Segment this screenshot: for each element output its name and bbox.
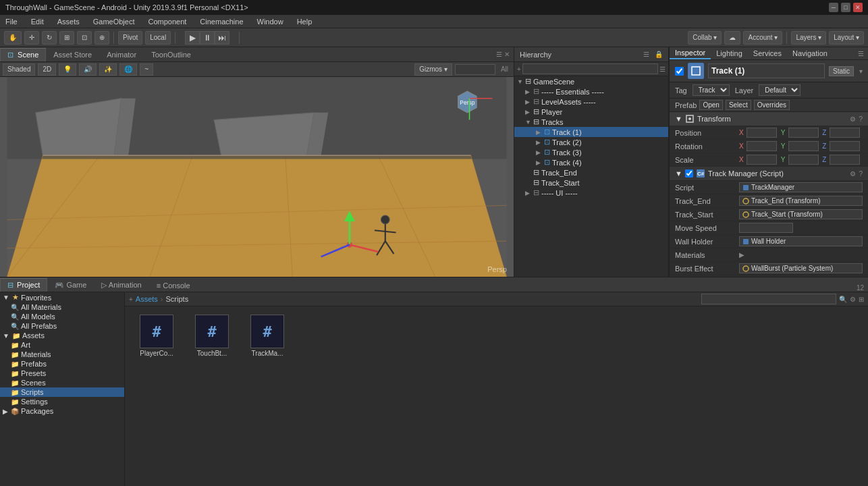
tab-toonoutline[interactable]: ToonOutline: [144, 48, 198, 61]
tm-settings-icon[interactable]: ⚙: [850, 170, 856, 178]
hier-track1[interactable]: ▶ ⊡ Track (1): [514, 127, 668, 137]
play-btn[interactable]: ▶: [185, 31, 200, 45]
project-view-toggle[interactable]: ⊞: [859, 296, 864, 303]
rot-y-input[interactable]: 0: [788, 141, 819, 151]
file-playerco[interactable]: # PlayerCo...: [133, 315, 180, 357]
inspector-menu-btn[interactable]: ☰: [854, 50, 868, 57]
pause-btn[interactable]: ⏸: [200, 31, 215, 45]
win-controls[interactable]: ─ □ ✕: [829, 3, 863, 12]
all-materials-item[interactable]: 🔍 All Materials: [0, 302, 124, 312]
rect-tool-btn[interactable]: ⊡: [77, 31, 92, 45]
layer-dropdown[interactable]: Default: [759, 84, 801, 96]
object-active-checkbox[interactable]: [675, 67, 684, 76]
audio-toggle[interactable]: 🔊: [79, 63, 97, 76]
prefab-open-btn[interactable]: Open: [699, 100, 722, 110]
lights-toggle[interactable]: 💡: [59, 63, 76, 76]
hier-track3[interactable]: ▶ ⊡ Track (3): [514, 147, 668, 157]
move-tool-btn[interactable]: ✛: [24, 31, 39, 45]
shading-dropdown[interactable]: Shaded: [3, 63, 35, 76]
menu-file[interactable]: File: [3, 18, 20, 26]
layout-btn[interactable]: Layout ▾: [829, 31, 864, 45]
transform-tool-btn[interactable]: ⊕: [94, 31, 109, 45]
scale-tool-btn[interactable]: ⊞: [59, 31, 74, 45]
hierarchy-search[interactable]: [522, 63, 658, 74]
tab-services[interactable]: Services: [748, 48, 787, 59]
hand-tool-btn[interactable]: ✋: [4, 31, 22, 45]
pivot-btn[interactable]: Pivot: [118, 31, 142, 45]
transform-header[interactable]: ▼ Transform ⚙ ?: [670, 112, 868, 126]
object-name-input[interactable]: [708, 63, 825, 78]
file-trackma[interactable]: # TrackMa...: [244, 315, 291, 357]
menu-cinemachine[interactable]: Cinemachine: [197, 18, 246, 26]
rot-z-input[interactable]: 0: [830, 141, 860, 151]
menu-component[interactable]: Component: [145, 18, 189, 26]
menu-help[interactable]: Help: [294, 18, 315, 26]
scale-y-input[interactable]: 1: [788, 155, 819, 165]
maximize-btn[interactable]: □: [841, 3, 850, 12]
file-touchbt[interactable]: # TouchBt...: [188, 315, 236, 357]
tab-animator[interactable]: Animator: [99, 48, 144, 61]
close-btn[interactable]: ✕: [853, 3, 863, 12]
prefabs-folder[interactable]: 📁 Prefabs: [0, 359, 124, 369]
tab-console[interactable]: ≡ Console: [149, 279, 198, 292]
wall-holder-field[interactable]: Wall Holder: [739, 236, 863, 246]
hierarchy-lock-btn[interactable]: 🔒: [655, 51, 663, 58]
hier-ui[interactable]: ▶ ⊟ ----- UI -----: [514, 188, 668, 198]
minimize-btn[interactable]: ─: [829, 3, 838, 12]
2d-toggle[interactable]: 2D: [38, 63, 56, 76]
project-search-input[interactable]: [701, 294, 836, 304]
menu-window[interactable]: Window: [254, 18, 286, 26]
rotate-tool-btn[interactable]: ↻: [42, 31, 57, 45]
add-folder-btn[interactable]: +: [129, 296, 133, 303]
tag-dropdown[interactable]: Track: [693, 84, 730, 96]
tab-asset-store[interactable]: Asset Store: [46, 48, 99, 61]
tab-navigation[interactable]: Navigation: [787, 48, 833, 59]
hierarchy-menu-btn[interactable]: ☰: [643, 51, 649, 58]
track-manager-header[interactable]: ▼ C# Track Manager (Script) ⚙ ?: [670, 167, 868, 181]
menu-edit[interactable]: Edit: [28, 18, 47, 26]
hier-levelassets[interactable]: ▶ ⊟ LevelAssets -----: [514, 97, 668, 107]
materials-folder[interactable]: 📁 Materials: [0, 350, 124, 359]
layers-btn[interactable]: Layers ▾: [791, 31, 826, 45]
collab-btn[interactable]: Collab ▾: [688, 31, 722, 45]
materials-expand[interactable]: ▶: [739, 251, 744, 259]
track-start-field[interactable]: Track_Start (Transform): [739, 209, 863, 219]
rot-x-input[interactable]: 0: [747, 141, 777, 151]
hier-gamescene[interactable]: ▼ ⊟ GameScene: [514, 76, 668, 86]
scale-z-input[interactable]: 1: [830, 155, 860, 165]
transform-help-icon[interactable]: ?: [859, 115, 863, 123]
local-btn[interactable]: Local: [145, 31, 171, 45]
tab-scene[interactable]: ⊡ Scene: [0, 48, 46, 61]
art-folder[interactable]: 📁 Art: [0, 340, 124, 350]
static-dropdown-arrow[interactable]: ▾: [859, 68, 863, 75]
transform-settings-icon[interactable]: ⚙: [850, 115, 856, 123]
menu-assets[interactable]: Assets: [55, 18, 82, 26]
gizmos-btn[interactable]: Gizmos ▾: [414, 63, 452, 76]
menu-gameobject[interactable]: GameObject: [90, 18, 138, 26]
tm-enabled-checkbox[interactable]: [685, 169, 693, 178]
scenes-folder[interactable]: 📁 Scenes: [0, 378, 124, 387]
settings-folder[interactable]: 📁 Settings: [0, 397, 124, 406]
cloud-btn[interactable]: ☁: [724, 31, 740, 45]
account-btn[interactable]: Account ▾: [743, 31, 782, 45]
tab-lighting[interactable]: Lighting: [711, 48, 748, 59]
hier-trackend[interactable]: ⊟ Track_End: [514, 167, 668, 178]
tab-animation[interactable]: ▷ Animation: [94, 278, 148, 292]
all-prefabs-item[interactable]: 🔍 All Prefabs: [0, 321, 124, 331]
pos-z-input[interactable]: 0: [830, 128, 860, 138]
project-settings-icon[interactable]: ⚙: [850, 296, 856, 303]
hier-essentials[interactable]: ▶ ⊟ ----- Essentials -----: [514, 86, 668, 97]
track-end-field[interactable]: Track_End (Transform): [739, 196, 863, 206]
tab-project[interactable]: ⊟ Project: [0, 278, 47, 292]
fog-toggle[interactable]: ~: [140, 63, 153, 76]
prefab-overrides-btn[interactable]: Overrides: [754, 100, 790, 110]
move-speed-input[interactable]: 7.5: [739, 223, 793, 233]
pos-x-input[interactable]: 0: [747, 128, 777, 138]
hier-player[interactable]: ▶ ⊟ Player: [514, 107, 668, 117]
scripts-folder[interactable]: 📁 Scripts: [0, 387, 124, 397]
script-ref-field[interactable]: TrackManager: [739, 182, 863, 192]
burst-effect-field[interactable]: WallBurst (Particle System): [739, 263, 863, 273]
scene-search-input[interactable]: [455, 64, 495, 75]
skybox-toggle[interactable]: 🌐: [119, 63, 137, 76]
assets-header[interactable]: ▼ 📁 Assets: [0, 331, 124, 340]
